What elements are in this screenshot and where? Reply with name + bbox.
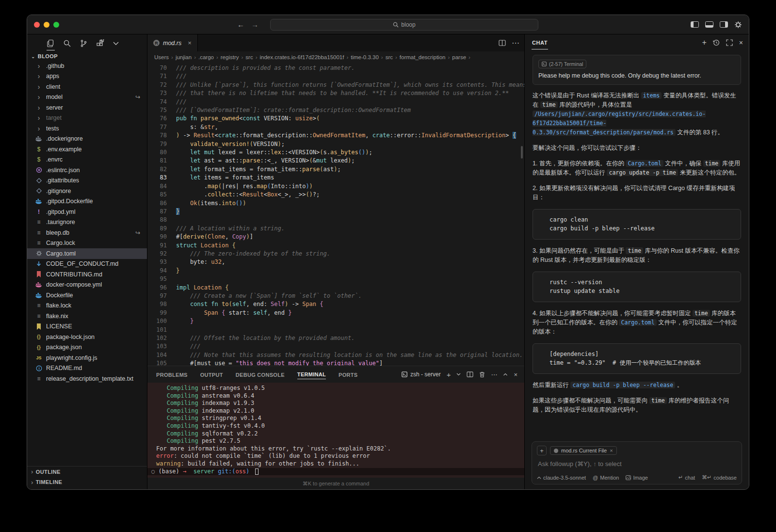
tree-item-target[interactable]: ›target: [27, 113, 147, 124]
tree-item--gitpod-yml[interactable]: !.gitpod.yml: [27, 207, 147, 217]
history-icon[interactable]: [713, 39, 720, 46]
tree-item-docker-compose-yml[interactable]: docker-compose.yml: [27, 280, 147, 290]
command-search-input[interactable]: bloop: [270, 19, 538, 31]
tab-chat[interactable]: CHAT: [532, 36, 548, 49]
panel-tab-problems[interactable]: PROBLEMS: [156, 370, 188, 379]
code-editor[interactable]: 70/// description is provided as the con…: [147, 63, 524, 366]
image-button[interactable]: Image: [626, 475, 648, 481]
minimize-window-button[interactable]: [44, 22, 49, 28]
tree-item-dockerfile[interactable]: Dockerfile: [27, 290, 147, 301]
tree-item-playwright-config-js[interactable]: JSplaywright.config.js: [27, 353, 147, 363]
panel-tab-ports[interactable]: PORTS: [339, 370, 357, 379]
tree-item-model[interactable]: ›model↪: [27, 92, 147, 103]
settings-gear-icon[interactable]: [734, 21, 742, 29]
tree-item-package-json[interactable]: {}package.json: [27, 342, 147, 353]
close-window-button[interactable]: [34, 22, 40, 28]
split-terminal-icon[interactable]: [467, 371, 473, 377]
tree-item--gitattributes[interactable]: .gitattributes: [27, 176, 147, 186]
tree-item-bleep-db[interactable]: ≡bleep.db↪: [27, 227, 147, 238]
toggle-right-panel-icon[interactable]: [720, 21, 728, 28]
tree-item-client[interactable]: ›client: [27, 81, 147, 92]
breadcrumb-item[interactable]: .cargo: [198, 54, 214, 60]
forward-icon[interactable]: →: [251, 20, 259, 29]
submit-chat-button[interactable]: ↵chat: [679, 474, 695, 481]
close-tab-icon[interactable]: ×: [188, 39, 192, 47]
tree-item--env-example[interactable]: $.env.example: [27, 144, 147, 155]
tree-item-cargo-toml[interactable]: Cargo.toml: [27, 248, 147, 259]
current-file-chip[interactable]: mod.rs Current File ×: [550, 446, 617, 455]
tree-item-tests[interactable]: ›tests: [27, 123, 147, 134]
toggle-left-panel-icon[interactable]: [691, 21, 699, 28]
editor-more-actions-icon[interactable]: ⋯: [512, 38, 519, 48]
tree-item--dockerignore[interactable]: .dockerignore: [27, 134, 147, 145]
panel-tab-terminal[interactable]: TERMINAL: [297, 370, 326, 379]
shell-selector[interactable]: zsh - server: [402, 371, 441, 378]
tree-item-code-of-conduct-md[interactable]: CODE_OF_CONDUCT.md: [27, 259, 147, 270]
terminal-prompt[interactable]: ○ (base) → server git:(oss): [147, 468, 524, 476]
model-selector[interactable]: claude-3.5-sonnet: [537, 475, 586, 481]
maximize-panel-icon[interactable]: [503, 373, 508, 376]
project-root[interactable]: ⌄ BLOOP: [27, 50, 147, 61]
tree-item-server[interactable]: ›server: [27, 102, 147, 113]
context-badge[interactable]: (2-57) Terminal: [538, 60, 586, 68]
source-control-icon[interactable]: [80, 39, 88, 48]
toggle-bottom-panel-icon[interactable]: [705, 21, 713, 28]
panel-tab-output[interactable]: OUTPUT: [200, 370, 223, 379]
breadcrumb-item[interactable]: registry: [221, 54, 239, 60]
tree-item--eslintrc-json[interactable]: .eslintrc.json: [27, 165, 147, 176]
split-editor-icon[interactable]: [499, 40, 506, 46]
tree-item-cargo-lock[interactable]: ≡Cargo.lock: [27, 238, 147, 249]
search-panel-icon[interactable]: [63, 39, 71, 48]
tree-item-apps[interactable]: ›apps: [27, 71, 147, 82]
new-terminal-icon[interactable]: +: [447, 371, 451, 379]
tree-item-release-description-template-txt[interactable]: ≡release_description_template.txt: [27, 373, 147, 384]
expand-icon[interactable]: [726, 39, 733, 46]
tree-item-package-lock-json[interactable]: {}package-lock.json: [27, 332, 147, 342]
back-icon[interactable]: ←: [237, 20, 244, 29]
terminal-output[interactable]: Compiling utf8-ranges v1.0.5 Compiling a…: [147, 383, 524, 478]
breadcrumb-item[interactable]: src: [386, 54, 393, 60]
tree-item-flake-nix[interactable]: ≡flake.nix: [27, 311, 147, 322]
breadcrumb-item[interactable]: index.crates.io-6f17d22bba15001f: [260, 54, 344, 60]
tree-item--taurignore[interactable]: ≡.taurignore: [27, 217, 147, 228]
tree-item--gitignore[interactable]: .gitignore: [27, 186, 147, 196]
new-chat-icon[interactable]: +: [702, 38, 706, 47]
breadcrumb-item[interactable]: time-0.3.30: [351, 54, 379, 60]
maximize-window-button[interactable]: [53, 22, 59, 28]
tree-item-readme-md[interactable]: README.md: [27, 363, 147, 374]
remove-file-chip-icon[interactable]: ×: [610, 448, 613, 453]
breadcrumb-item[interactable]: junjian: [176, 54, 192, 60]
sidebar-section-outline[interactable]: ›OUTLINE: [27, 467, 147, 477]
tree-item-license[interactable]: LICENSE: [27, 322, 147, 332]
mention-button[interactable]: @ Mention: [593, 475, 619, 481]
terminal-dropdown-icon[interactable]: [456, 373, 461, 376]
extensions-icon[interactable]: [96, 39, 104, 48]
panel-tab-debug-console[interactable]: DEBUG CONSOLE: [236, 370, 285, 379]
terminal-more-actions-icon[interactable]: ⋯: [491, 371, 497, 378]
breadcrumb-item[interactable]: format_description: [400, 54, 446, 60]
line-content: #[must_use = "this does not modify the o…: [176, 359, 383, 366]
tree-item-contributing-md[interactable]: CONTRIBUTING.md: [27, 269, 147, 280]
close-chat-icon[interactable]: ×: [739, 39, 743, 47]
explorer-icon[interactable]: [47, 39, 55, 50]
chat-input[interactable]: + mod.rs Current File × Ask followup (⌘Y…: [532, 441, 742, 484]
add-context-button[interactable]: +: [537, 446, 547, 455]
chevron-right-icon: ›: [31, 479, 33, 486]
breadcrumb-item[interactable]: src: [245, 54, 253, 60]
chat-input-placeholder[interactable]: Ask followup (⌘Y), ↑ to select: [538, 460, 736, 468]
tree-item--github[interactable]: ›.github: [27, 61, 147, 71]
breadcrumb[interactable]: Users›junjian›.cargo›registry›src›index.…: [147, 51, 524, 63]
more-views-chevron-icon[interactable]: [113, 41, 119, 46]
tree-item--envrc[interactable]: $.envrc: [27, 155, 147, 165]
tree-item-flake-lock[interactable]: ≡flake.lock: [27, 301, 147, 311]
editor-scrollbar[interactable]: [519, 63, 524, 366]
breadcrumb-item[interactable]: Users: [154, 54, 169, 60]
close-panel-icon[interactable]: ×: [514, 371, 517, 378]
tree-item--gitpod-dockerfile[interactable]: .gitpod.Dockerfile: [27, 196, 147, 207]
kill-terminal-trash-icon[interactable]: [479, 371, 485, 378]
sidebar-section-timeline[interactable]: ›TIMELINE: [27, 477, 147, 488]
tab-mod-rs[interactable]: R mod.rs ×: [147, 34, 198, 51]
chat-messages[interactable]: (2-57) Terminal Please help me debug thi…: [525, 51, 749, 437]
breadcrumb-item[interactable]: parse: [452, 54, 466, 60]
submit-codebase-button[interactable]: ⌘↵codebase: [702, 474, 737, 481]
